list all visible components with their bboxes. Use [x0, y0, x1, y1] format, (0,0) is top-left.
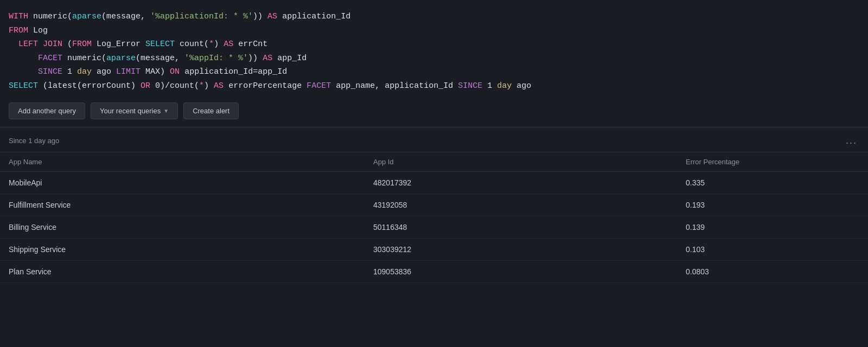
code-line: SELECT (latest(errorCount) OR 0)/count(*…: [9, 79, 859, 93]
add-query-button[interactable]: Add another query: [9, 102, 85, 119]
table-header: App Name App Id Error Percentage: [0, 152, 868, 172]
code-token: )): [248, 54, 263, 63]
code-token: ago: [92, 67, 116, 76]
code-line: FROM Log: [9, 24, 859, 38]
code-token: *: [199, 81, 204, 91]
code-token: '%applicationId: * %': [150, 12, 253, 21]
code-token: *: [209, 40, 214, 49]
code-token: FACET: [9, 54, 62, 63]
code-token: SELECT: [145, 40, 175, 49]
cell-app-name: MobileApi: [0, 172, 365, 194]
results-panel: Since 1 day ago ... App Name App Id Erro…: [0, 127, 868, 283]
code-token: AS: [214, 81, 224, 91]
since-label: Since 1 day ago: [9, 137, 59, 145]
table-row[interactable]: Fulfillment Service431920580.193: [0, 194, 868, 216]
code-line: WITH numeric(aparse(message, '%applicati…: [9, 10, 859, 24]
cell-error-pct: 0.103: [677, 239, 868, 261]
code-token: count(: [175, 40, 209, 49]
code-token: app_Id: [272, 54, 307, 63]
toolbar: Add another query Your recent queries ▼ …: [9, 102, 859, 119]
code-token: aparse: [106, 54, 136, 63]
code-token: FROM: [72, 40, 92, 49]
code-token: (message,: [136, 54, 184, 63]
table-row[interactable]: Shipping Service3030392120.103: [0, 239, 868, 261]
table-row[interactable]: Plan Service1090538360.0803: [0, 261, 868, 283]
code-block: WITH numeric(aparse(message, '%applicati…: [9, 10, 859, 93]
results-table: App Name App Id Error Percentage MobileA…: [0, 152, 868, 283]
cell-app-name: Billing Service: [0, 216, 365, 239]
cell-app-id: 43192058: [365, 194, 677, 216]
col-header-app-name: App Name: [0, 152, 365, 172]
code-line: FACET numeric(aparse(message, '%appId: *…: [9, 52, 859, 66]
results-header: Since 1 day ago ...: [0, 127, 868, 152]
code-token: Log_Error: [92, 40, 145, 49]
code-token: numeric(: [62, 54, 106, 63]
table-row[interactable]: MobileApi4820173920.335: [0, 172, 868, 194]
code-token: (latest(errorCount): [38, 81, 141, 91]
recent-queries-label: Your recent queries: [100, 107, 161, 115]
code-token: AS: [267, 12, 277, 21]
code-token: OR: [141, 81, 150, 91]
code-token: (message,: [101, 12, 150, 21]
code-token: 1: [62, 67, 77, 76]
code-token: MAX): [141, 67, 170, 76]
code-token: AS: [263, 54, 272, 63]
code-token: FROM: [9, 26, 28, 35]
code-token: errorPercentage: [224, 81, 307, 91]
cell-app-id: 303039212: [365, 239, 677, 261]
col-header-app-id: App Id: [365, 152, 677, 172]
code-token: )): [253, 12, 267, 21]
code-token: ): [214, 40, 224, 49]
code-token: '%appId: * %': [184, 54, 248, 63]
code-token: application_Id: [277, 12, 350, 21]
code-token: application_Id=app_Id: [180, 67, 287, 76]
cell-app-name: Fulfillment Service: [0, 194, 365, 216]
cell-app-id: 482017392: [365, 172, 677, 194]
code-token: FACET: [307, 81, 331, 91]
code-token: aparse: [72, 12, 101, 21]
cell-app-id: 50116348: [365, 216, 677, 239]
cell-app-name: Shipping Service: [0, 239, 365, 261]
code-token: numeric(: [28, 12, 72, 21]
more-options-button[interactable]: ...: [844, 135, 859, 146]
code-token: SELECT: [9, 81, 38, 91]
cell-error-pct: 0.0803: [677, 261, 868, 283]
cell-app-id: 109053836: [365, 261, 677, 283]
code-token: ): [204, 81, 214, 91]
code-token: (: [62, 40, 72, 49]
table-row[interactable]: Billing Service501163480.139: [0, 216, 868, 239]
code-line: LEFT JOIN (FROM Log_Error SELECT count(*…: [9, 37, 859, 52]
code-token: WITH: [9, 12, 28, 21]
code-token: LEFT JOIN: [9, 40, 62, 49]
col-header-error-pct: Error Percentage: [677, 152, 868, 172]
code-token: AS: [224, 40, 233, 49]
code-token: LIMIT: [116, 67, 141, 76]
code-token: errCnt: [233, 40, 267, 49]
cell-app-name: Plan Service: [0, 261, 365, 283]
code-token: SINCE: [458, 81, 482, 91]
create-alert-label: Create alert: [193, 107, 229, 115]
add-query-label: Add another query: [18, 107, 76, 115]
cell-error-pct: 0.335: [677, 172, 868, 194]
code-token: app_name, application_Id: [331, 81, 458, 91]
code-token: 0)/count(: [150, 81, 199, 91]
create-alert-button[interactable]: Create alert: [183, 102, 239, 119]
query-editor: WITH numeric(aparse(message, '%applicati…: [0, 0, 868, 127]
code-token: 1: [482, 81, 497, 91]
cell-error-pct: 0.139: [677, 216, 868, 239]
code-token: SINCE: [9, 67, 62, 76]
code-token: day: [497, 81, 512, 91]
chevron-down-icon: ▼: [163, 108, 169, 114]
recent-queries-button[interactable]: Your recent queries ▼: [91, 102, 178, 119]
code-token: ago: [512, 81, 531, 91]
cell-error-pct: 0.193: [677, 194, 868, 216]
code-token: ON: [170, 67, 180, 76]
table-body: MobileApi4820173920.335Fulfillment Servi…: [0, 172, 868, 283]
code-line: SINCE 1 day ago LIMIT MAX) ON applicatio…: [9, 65, 859, 79]
code-token: day: [77, 67, 92, 76]
code-token: Log: [28, 26, 48, 35]
